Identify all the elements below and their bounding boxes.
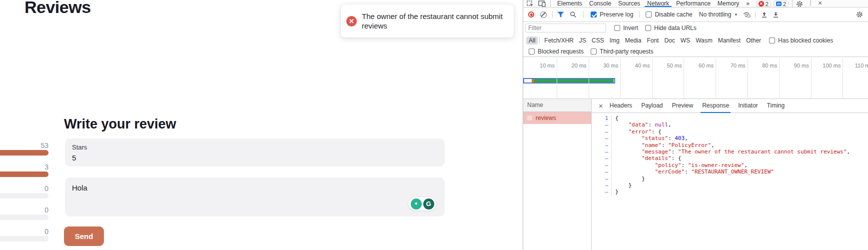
- ruler-tick-label: 30 ms: [603, 62, 618, 68]
- ruler-tick-label: 80 ms: [762, 62, 777, 68]
- ruler-tick-label: 50 ms: [667, 62, 682, 68]
- close-devtools-icon[interactable]: ×: [818, 0, 822, 6]
- rating-count: 0: [0, 228, 48, 236]
- tab-sources[interactable]: Sources: [615, 0, 644, 7]
- divider: [583, 11, 584, 18]
- throttling-select[interactable]: No throttling: [699, 11, 732, 18]
- name-column-header[interactable]: Name: [523, 99, 591, 112]
- type-filter-all[interactable]: All: [526, 36, 538, 44]
- network-toolbar: Preserve log Disable cache No throttling…: [523, 8, 868, 22]
- chevron-down-icon: ▾: [735, 12, 737, 17]
- import-har-icon[interactable]: [761, 12, 768, 18]
- message-badge-icon: [776, 2, 782, 6]
- ruler-gridline: [716, 58, 716, 98]
- code-text: }: [612, 188, 619, 195]
- disable-cache-label: Disable cache: [655, 11, 692, 18]
- third-party-requests-checkbox[interactable]: [591, 48, 597, 54]
- filter-input[interactable]: [525, 24, 606, 32]
- grammarly-g-icon[interactable]: G: [423, 198, 434, 210]
- more-tabs-button[interactable]: »: [743, 0, 753, 7]
- ruler-tick-label: 70 ms: [731, 62, 746, 68]
- close-detail-icon[interactable]: ×: [599, 102, 603, 110]
- request-detail-pane: × HeadersPayloadPreviewResponseInitiator…: [592, 99, 868, 250]
- main-tabs: ElementsConsoleSourcesNetworkPerformance…: [554, 0, 743, 7]
- invert-checkbox[interactable]: [614, 25, 620, 31]
- detail-tab-headers[interactable]: Headers: [610, 99, 632, 113]
- preserve-log-checkbox[interactable]: [591, 12, 597, 18]
- type-filter-js[interactable]: JS: [579, 37, 586, 44]
- rating-row: 0: [0, 206, 48, 220]
- ruler-tick-label: 100 ms: [823, 62, 841, 68]
- code-line: – "name": "PolicyError",: [592, 142, 868, 148]
- ruler-tick-label: 20 ms: [572, 62, 587, 68]
- type-filter-img[interactable]: Img: [610, 37, 620, 44]
- type-filter-font[interactable]: Font: [647, 37, 659, 44]
- type-filter-ws[interactable]: WS: [681, 37, 690, 44]
- type-filter-wasm[interactable]: Wasm: [696, 37, 713, 44]
- detail-tab-preview[interactable]: Preview: [672, 99, 694, 113]
- tab-console[interactable]: Console: [586, 0, 615, 7]
- filter-funnel-icon[interactable]: [557, 12, 564, 18]
- grammarly-widget[interactable]: ✦ G: [408, 196, 437, 211]
- error-count-badge[interactable]: ✕ 2: [756, 0, 771, 7]
- export-har-icon[interactable]: [773, 12, 779, 18]
- tab-performance[interactable]: Performance: [673, 0, 714, 7]
- tab-elements[interactable]: Elements: [554, 0, 586, 7]
- line-number: –: [592, 135, 612, 142]
- device-toolbar-icon[interactable]: [538, 0, 546, 7]
- inspect-element-icon[interactable]: [527, 0, 534, 7]
- hide-data-urls-checkbox[interactable]: [645, 25, 651, 31]
- kebab-menu-icon[interactable]: ⋮: [808, 0, 814, 6]
- send-button[interactable]: Send: [64, 226, 104, 246]
- blocked-requests-checkbox[interactable]: [529, 48, 535, 54]
- code-line: – "details": {: [592, 155, 868, 162]
- network-overview-timeline[interactable]: 10 ms20 ms30 ms40 ms50 ms60 ms70 ms80 ms…: [523, 57, 868, 99]
- detail-tab-initiator[interactable]: Initiator: [738, 99, 758, 113]
- clear-network-log-icon[interactable]: [540, 12, 547, 18]
- network-settings-gear-icon[interactable]: [856, 11, 863, 18]
- code-line: – "status": 403,: [592, 135, 868, 142]
- devtools-tabbar: ElementsConsoleSourcesNetworkPerformance…: [523, 0, 868, 8]
- detail-tab-timing[interactable]: Timing: [767, 99, 785, 113]
- line-number: –: [592, 176, 612, 182]
- type-filter-other[interactable]: Other: [746, 37, 761, 44]
- response-code-viewer[interactable]: 1{– "data": null,– "error": {– "status":…: [592, 113, 868, 250]
- detail-tab-payload[interactable]: Payload: [641, 99, 663, 113]
- code-line: –}: [592, 188, 868, 195]
- request-row-reviews[interactable]: reviews: [523, 112, 591, 124]
- network-conditions-icon[interactable]: [743, 11, 751, 18]
- line-number: –: [592, 128, 612, 135]
- type-filter-fetchxhr[interactable]: Fetch/XHR: [544, 37, 574, 44]
- tab-memory[interactable]: Memory: [714, 0, 743, 7]
- review-textarea[interactable]: Hola ✦ G: [65, 178, 445, 216]
- rating-row: 53: [0, 142, 48, 156]
- stars-field-value: 5: [72, 154, 76, 162]
- grammarly-suggestion-icon[interactable]: ✦: [411, 198, 422, 210]
- settings-gear-icon[interactable]: [796, 0, 803, 8]
- type-filter-doc[interactable]: Doc: [664, 37, 675, 44]
- tab-network[interactable]: Network: [644, 0, 673, 7]
- ruler-gridline: [557, 58, 557, 98]
- message-count-badge[interactable]: 2: [774, 0, 789, 7]
- divider: [552, 11, 553, 18]
- rating-bar: [0, 150, 48, 156]
- code-line: – }: [592, 176, 868, 182]
- code-line: – "errCode": "RESTAURANT_OWNER_REVIEW": [592, 168, 868, 175]
- has-blocked-cookies-checkbox[interactable]: [769, 38, 775, 44]
- rating-row: 0: [0, 185, 48, 198]
- stars-field[interactable]: Stars 5: [65, 138, 445, 166]
- search-icon[interactable]: [570, 11, 577, 18]
- type-filter-media[interactable]: Media: [625, 37, 642, 44]
- record-network-log-icon[interactable]: [528, 12, 534, 18]
- detail-tab-response[interactable]: Response: [702, 99, 729, 113]
- waterfall-download-segment: [534, 79, 614, 82]
- type-filter-manifest[interactable]: Manifest: [718, 37, 741, 44]
- disable-cache-checkbox[interactable]: [646, 12, 652, 18]
- line-number: –: [592, 168, 612, 175]
- code-text: "status": 403,: [612, 135, 688, 142]
- line-number: –: [592, 162, 612, 168]
- request-name: reviews: [536, 114, 556, 122]
- type-filter-css[interactable]: CSS: [592, 37, 604, 44]
- ruler-tick-label: 40 ms: [635, 62, 650, 68]
- rating-bar: [0, 214, 48, 220]
